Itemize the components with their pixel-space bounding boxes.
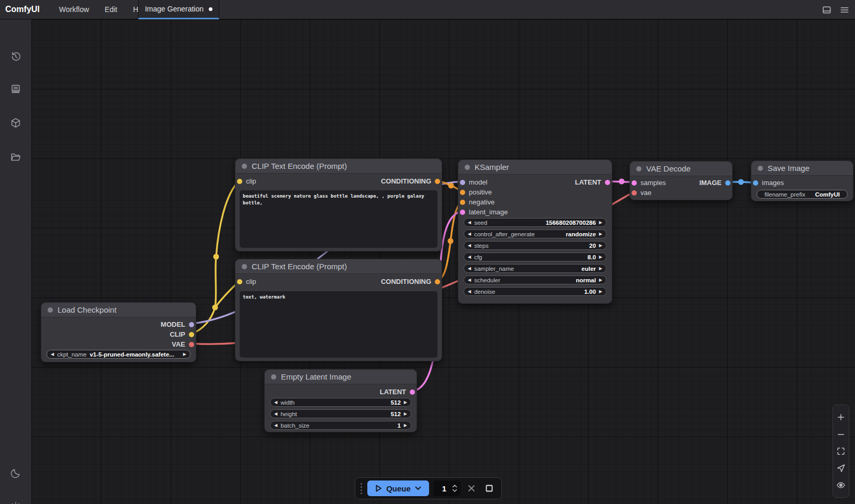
input-slot-images[interactable] (753, 180, 758, 186)
control-after-generate-widget[interactable]: ◀ control_after_generate randomize ▶ (464, 230, 606, 238)
menu-edit[interactable]: Edit (97, 0, 125, 19)
output-slot-clip[interactable] (189, 332, 194, 337)
stop-icon[interactable] (482, 482, 496, 495)
input-slot-vae[interactable] (632, 190, 637, 196)
drag-grip-icon[interactable] (359, 483, 363, 494)
output-slot-vae[interactable] (189, 342, 194, 347)
input-slot-samples[interactable] (632, 180, 637, 186)
menu-workflow[interactable]: Workflow (51, 0, 97, 19)
collapse-dot[interactable] (48, 307, 53, 313)
node-header[interactable]: Load Checkpoint (41, 303, 196, 317)
node-ksampler[interactable]: KSampler model LATENT positive negative … (458, 159, 612, 304)
scheduler-widget[interactable]: ◀ scheduler normal ▶ (464, 276, 606, 284)
widget-prev-icon[interactable]: ◀ (274, 400, 277, 405)
output-slot-model[interactable] (189, 322, 194, 327)
model-library-icon[interactable] (10, 117, 21, 129)
input-slot-positive[interactable] (460, 190, 465, 195)
node-vae-decode[interactable]: VAE Decode samples IMAGE vae (629, 161, 733, 200)
widget-prev-icon[interactable]: ◀ (468, 290, 471, 294)
input-slot-model[interactable] (460, 180, 465, 185)
positive-prompt-textarea[interactable]: beautiful scenery nature glass bottle la… (240, 190, 437, 248)
widget-next-icon[interactable]: ▶ (404, 423, 407, 428)
widget-prev-icon[interactable]: ◀ (468, 267, 471, 271)
node-clip-text-encode-positive[interactable]: CLIP Text Encode (Prompt) clip CONDITION… (235, 158, 442, 251)
output-slot-conditioning[interactable] (435, 179, 440, 184)
stepper-down-icon[interactable] (452, 489, 457, 492)
width-widget[interactable]: ◀ width 512 ▶ (270, 398, 411, 407)
widget-next-icon[interactable]: ▶ (404, 400, 407, 405)
steps-widget[interactable]: ◀ steps 20 ▶ (464, 241, 606, 250)
hamburger-menu-icon[interactable] (839, 5, 850, 15)
output-slot-latent[interactable] (605, 180, 610, 185)
widget-next-icon[interactable]: ▶ (599, 221, 602, 225)
node-header[interactable]: Save Image (751, 161, 853, 176)
node-header[interactable]: CLIP Text Encode (Prompt) (235, 259, 442, 274)
collapse-dot[interactable] (465, 165, 470, 170)
seed-widget[interactable]: ◀ seed 156680208700286 ▶ (464, 218, 606, 227)
widget-prev-icon[interactable]: ◀ (274, 423, 277, 428)
cfg-widget[interactable]: ◀ cfg 8.0 ▶ (464, 253, 606, 261)
select-mode-icon[interactable] (836, 463, 846, 473)
filename-prefix-widget[interactable]: filename_prefix ComfyUI (757, 190, 848, 199)
count-steppers[interactable] (452, 485, 457, 492)
widget-next-icon[interactable]: ▶ (599, 278, 602, 282)
fit-view-icon[interactable] (836, 446, 846, 456)
batch-count-input[interactable]: 1 (433, 480, 460, 496)
ckpt-name-widget[interactable]: ◀ ckpt_name v1-5-pruned-emaonly.safete..… (47, 350, 190, 359)
clear-queue-icon[interactable] (465, 482, 478, 495)
stepper-up-icon[interactable] (452, 485, 457, 488)
zoom-in-icon[interactable] (836, 413, 846, 422)
widget-prev-icon[interactable]: ◀ (468, 244, 471, 248)
output-slot-conditioning[interactable] (435, 279, 440, 284)
denoise-widget[interactable]: ◀ denoise 1.00 ▶ (464, 287, 606, 296)
widget-prev-icon[interactable]: ◀ (468, 278, 471, 282)
collapse-dot[interactable] (242, 264, 247, 269)
history-icon[interactable] (10, 51, 21, 62)
sampler-name-widget[interactable]: ◀ sampler_name euler ▶ (464, 264, 606, 273)
input-slot-latent-image[interactable] (460, 210, 465, 215)
widget-next-icon[interactable]: ▶ (599, 255, 602, 259)
bottom-panel-icon[interactable] (822, 5, 832, 15)
batch-count-value[interactable]: 1 (436, 484, 452, 493)
settings-gear-icon[interactable] (10, 501, 21, 504)
widget-next-icon[interactable]: ▶ (599, 244, 602, 248)
collapse-dot[interactable] (271, 374, 276, 380)
input-slot-clip[interactable] (237, 179, 242, 184)
zoom-out-icon[interactable] (836, 430, 846, 439)
queue-button[interactable]: Queue (367, 480, 429, 496)
output-slot-latent[interactable] (410, 390, 415, 395)
widget-next-icon[interactable]: ▶ (404, 412, 407, 416)
collapse-dot[interactable] (636, 166, 642, 171)
height-widget[interactable]: ◀ height 512 ▶ (270, 409, 411, 418)
widget-prev-icon[interactable]: ◀ (468, 232, 471, 236)
node-header[interactable]: VAE Decode (630, 162, 732, 176)
widget-next-icon[interactable]: ▶ (599, 290, 602, 294)
output-slot-image[interactable] (725, 180, 730, 186)
widget-prev-icon[interactable]: ◀ (51, 352, 54, 357)
input-slot-negative[interactable] (460, 200, 465, 205)
collapse-dot[interactable] (758, 166, 763, 171)
widget-prev-icon[interactable]: ◀ (468, 255, 471, 259)
input-slot-clip[interactable] (237, 279, 242, 284)
node-save-image[interactable]: Save Image images filename_prefix ComfyU… (751, 161, 853, 201)
node-clip-text-encode-negative[interactable]: CLIP Text Encode (Prompt) clip CONDITION… (235, 259, 442, 361)
widget-prev-icon[interactable]: ◀ (468, 221, 471, 225)
node-header[interactable]: CLIP Text Encode (Prompt) (235, 159, 442, 174)
node-empty-latent-image[interactable]: Empty Latent Image LATENT ◀ width 512 ▶ … (264, 369, 417, 432)
node-graph-canvas[interactable] (31, 19, 855, 504)
tab-image-generation[interactable]: Image Generation (138, 0, 219, 19)
widget-next-icon[interactable]: ▶ (599, 232, 602, 236)
batch-size-widget[interactable]: ◀ batch_size 1 ▶ (270, 421, 411, 430)
widget-next-icon[interactable]: ▶ (183, 352, 186, 357)
workflows-folder-icon[interactable] (10, 151, 21, 163)
node-header[interactable]: KSampler (458, 160, 612, 175)
negative-prompt-textarea[interactable]: text, watermark (240, 291, 437, 358)
theme-toggle-moon-icon[interactable] (10, 467, 21, 479)
toggle-visibility-eye-icon[interactable] (836, 480, 846, 490)
queue-list-icon[interactable] (10, 83, 21, 95)
node-header[interactable]: Empty Latent Image (265, 370, 417, 384)
widget-prev-icon[interactable]: ◀ (274, 412, 277, 416)
node-load-checkpoint[interactable]: Load Checkpoint MODEL CLIP VAE ◀ ckpt_na… (41, 302, 196, 362)
chevron-down-icon[interactable] (415, 486, 421, 490)
collapse-dot[interactable] (242, 164, 247, 169)
